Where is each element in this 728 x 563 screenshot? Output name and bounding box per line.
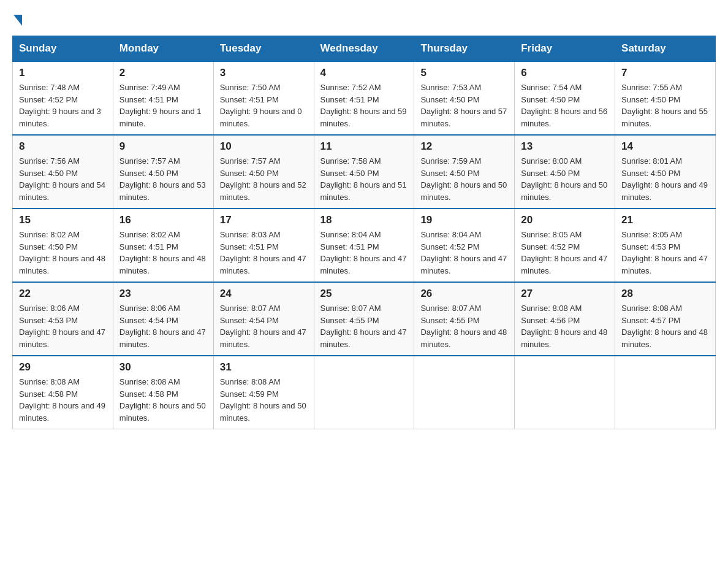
day-info: Sunrise: 8:00 AMSunset: 4:50 PMDaylight:… <box>521 155 609 203</box>
calendar-cell: 8Sunrise: 7:56 AMSunset: 4:50 PMDaylight… <box>13 135 113 209</box>
calendar-cell <box>414 356 515 429</box>
weekday-header-tuesday: Tuesday <box>213 36 314 62</box>
calendar-cell: 18Sunrise: 8:04 AMSunset: 4:51 PMDayligh… <box>314 209 414 282</box>
calendar-week-row: 8Sunrise: 7:56 AMSunset: 4:50 PMDaylight… <box>13 135 716 209</box>
calendar-cell: 10Sunrise: 7:57 AMSunset: 4:50 PMDayligh… <box>213 135 314 209</box>
calendar-cell: 30Sunrise: 8:08 AMSunset: 4:58 PMDayligh… <box>113 356 213 429</box>
day-info: Sunrise: 8:07 AMSunset: 4:55 PMDaylight:… <box>420 302 508 350</box>
calendar-cell: 29Sunrise: 8:08 AMSunset: 4:58 PMDayligh… <box>13 356 113 429</box>
day-number: 4 <box>320 67 408 79</box>
day-info: Sunrise: 8:08 AMSunset: 4:58 PMDaylight:… <box>19 376 107 424</box>
day-info: Sunrise: 8:06 AMSunset: 4:53 PMDaylight:… <box>19 302 107 350</box>
day-number: 15 <box>19 214 107 226</box>
calendar-cell: 25Sunrise: 8:07 AMSunset: 4:55 PMDayligh… <box>314 282 414 356</box>
day-number: 3 <box>220 67 308 79</box>
calendar-cell: 27Sunrise: 8:08 AMSunset: 4:56 PMDayligh… <box>515 282 615 356</box>
calendar-table: SundayMondayTuesdayWednesdayThursdayFrid… <box>12 36 716 429</box>
day-info: Sunrise: 7:52 AMSunset: 4:51 PMDaylight:… <box>320 82 408 129</box>
day-info: Sunrise: 8:06 AMSunset: 4:54 PMDaylight:… <box>119 302 207 350</box>
day-number: 9 <box>119 140 207 153</box>
day-info: Sunrise: 7:56 AMSunset: 4:50 PMDaylight:… <box>19 155 107 203</box>
day-number: 6 <box>521 67 609 79</box>
day-info: Sunrise: 7:58 AMSunset: 4:50 PMDaylight:… <box>320 155 408 203</box>
calendar-cell: 26Sunrise: 8:07 AMSunset: 4:55 PMDayligh… <box>414 282 515 356</box>
day-info: Sunrise: 8:02 AMSunset: 4:51 PMDaylight:… <box>119 229 207 277</box>
calendar-cell: 13Sunrise: 8:00 AMSunset: 4:50 PMDayligh… <box>515 135 615 209</box>
weekday-header-wednesday: Wednesday <box>314 36 414 62</box>
day-info: Sunrise: 8:03 AMSunset: 4:51 PMDaylight:… <box>220 229 308 277</box>
day-info: Sunrise: 8:05 AMSunset: 4:53 PMDaylight:… <box>621 229 709 277</box>
logo <box>12 12 22 23</box>
calendar-week-row: 15Sunrise: 8:02 AMSunset: 4:50 PMDayligh… <box>13 209 716 282</box>
calendar-cell <box>314 356 414 429</box>
calendar-cell: 1Sunrise: 7:48 AMSunset: 4:52 PMDaylight… <box>13 61 113 135</box>
calendar-cell: 17Sunrise: 8:03 AMSunset: 4:51 PMDayligh… <box>213 209 314 282</box>
day-info: Sunrise: 8:02 AMSunset: 4:50 PMDaylight:… <box>19 229 107 277</box>
page-header <box>12 12 716 23</box>
calendar-cell: 21Sunrise: 8:05 AMSunset: 4:53 PMDayligh… <box>615 209 716 282</box>
day-info: Sunrise: 8:04 AMSunset: 4:52 PMDaylight:… <box>420 229 508 277</box>
calendar-cell: 3Sunrise: 7:50 AMSunset: 4:51 PMDaylight… <box>213 61 314 135</box>
calendar-cell: 6Sunrise: 7:54 AMSunset: 4:50 PMDaylight… <box>515 61 615 135</box>
calendar-cell: 5Sunrise: 7:53 AMSunset: 4:50 PMDaylight… <box>414 61 515 135</box>
day-number: 16 <box>119 214 207 226</box>
day-info: Sunrise: 7:48 AMSunset: 4:52 PMDaylight:… <box>19 82 107 129</box>
calendar-cell: 12Sunrise: 7:59 AMSunset: 4:50 PMDayligh… <box>414 135 515 209</box>
calendar-cell <box>615 356 716 429</box>
day-info: Sunrise: 8:08 AMSunset: 4:56 PMDaylight:… <box>521 302 609 350</box>
day-number: 23 <box>119 288 207 300</box>
calendar-cell: 20Sunrise: 8:05 AMSunset: 4:52 PMDayligh… <box>515 209 615 282</box>
calendar-week-row: 1Sunrise: 7:48 AMSunset: 4:52 PMDaylight… <box>13 61 716 135</box>
day-info: Sunrise: 8:04 AMSunset: 4:51 PMDaylight:… <box>320 229 408 277</box>
calendar-cell: 4Sunrise: 7:52 AMSunset: 4:51 PMDaylight… <box>314 61 414 135</box>
calendar-header-row: SundayMondayTuesdayWednesdayThursdayFrid… <box>13 36 716 62</box>
calendar-cell: 23Sunrise: 8:06 AMSunset: 4:54 PMDayligh… <box>113 282 213 356</box>
day-number: 17 <box>220 214 308 226</box>
day-number: 8 <box>19 140 107 153</box>
weekday-header-monday: Monday <box>113 36 213 62</box>
day-info: Sunrise: 7:49 AMSunset: 4:51 PMDaylight:… <box>119 82 207 129</box>
calendar-cell: 9Sunrise: 7:57 AMSunset: 4:50 PMDaylight… <box>113 135 213 209</box>
day-info: Sunrise: 8:08 AMSunset: 4:58 PMDaylight:… <box>119 376 207 424</box>
day-number: 30 <box>119 361 207 373</box>
calendar-cell: 16Sunrise: 8:02 AMSunset: 4:51 PMDayligh… <box>113 209 213 282</box>
day-info: Sunrise: 7:57 AMSunset: 4:50 PMDaylight:… <box>220 155 308 203</box>
calendar-cell: 14Sunrise: 8:01 AMSunset: 4:50 PMDayligh… <box>615 135 716 209</box>
day-number: 7 <box>621 67 709 79</box>
day-info: Sunrise: 7:50 AMSunset: 4:51 PMDaylight:… <box>220 82 308 129</box>
day-number: 27 <box>521 288 609 300</box>
calendar-cell: 24Sunrise: 8:07 AMSunset: 4:54 PMDayligh… <box>213 282 314 356</box>
calendar-week-row: 22Sunrise: 8:06 AMSunset: 4:53 PMDayligh… <box>13 282 716 356</box>
day-number: 21 <box>621 214 709 226</box>
day-info: Sunrise: 7:57 AMSunset: 4:50 PMDaylight:… <box>119 155 207 203</box>
day-number: 20 <box>521 214 609 226</box>
day-info: Sunrise: 8:08 AMSunset: 4:59 PMDaylight:… <box>220 376 308 424</box>
logo-arrow-icon <box>13 15 22 26</box>
calendar-cell: 28Sunrise: 8:08 AMSunset: 4:57 PMDayligh… <box>615 282 716 356</box>
day-number: 18 <box>320 214 408 226</box>
day-number: 14 <box>621 140 709 153</box>
day-number: 28 <box>621 288 709 300</box>
calendar-cell: 22Sunrise: 8:06 AMSunset: 4:53 PMDayligh… <box>13 282 113 356</box>
day-info: Sunrise: 7:53 AMSunset: 4:50 PMDaylight:… <box>420 82 508 129</box>
day-info: Sunrise: 8:01 AMSunset: 4:50 PMDaylight:… <box>621 155 709 203</box>
day-number: 5 <box>420 67 508 79</box>
weekday-header-sunday: Sunday <box>13 36 113 62</box>
day-number: 26 <box>420 288 508 300</box>
day-number: 13 <box>521 140 609 153</box>
calendar-cell: 15Sunrise: 8:02 AMSunset: 4:50 PMDayligh… <box>13 209 113 282</box>
calendar-cell: 7Sunrise: 7:55 AMSunset: 4:50 PMDaylight… <box>615 61 716 135</box>
day-number: 12 <box>420 140 508 153</box>
calendar-cell: 31Sunrise: 8:08 AMSunset: 4:59 PMDayligh… <box>213 356 314 429</box>
day-number: 2 <box>119 67 207 79</box>
day-info: Sunrise: 8:07 AMSunset: 4:55 PMDaylight:… <box>320 302 408 350</box>
day-info: Sunrise: 8:05 AMSunset: 4:52 PMDaylight:… <box>521 229 609 277</box>
weekday-header-friday: Friday <box>515 36 615 62</box>
calendar-cell: 2Sunrise: 7:49 AMSunset: 4:51 PMDaylight… <box>113 61 213 135</box>
day-number: 22 <box>19 288 107 300</box>
day-info: Sunrise: 7:59 AMSunset: 4:50 PMDaylight:… <box>420 155 508 203</box>
calendar-cell: 19Sunrise: 8:04 AMSunset: 4:52 PMDayligh… <box>414 209 515 282</box>
day-number: 29 <box>19 361 107 373</box>
calendar-cell <box>515 356 615 429</box>
day-info: Sunrise: 7:54 AMSunset: 4:50 PMDaylight:… <box>521 82 609 129</box>
